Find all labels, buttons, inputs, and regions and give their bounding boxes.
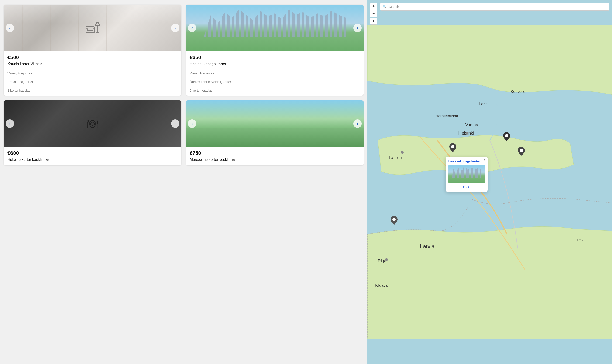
- card-image-wrapper-2: ‹ ›: [186, 5, 363, 51]
- listing-card-2: ‹ › €650 Hea asukohaga korter Viimsi, Ha…: [186, 5, 363, 96]
- map-marker-1[interactable]: [390, 216, 398, 226]
- card-1-type: Eraldi tuba, korter: [7, 78, 178, 86]
- svg-text:Vantaa: Vantaa: [465, 122, 478, 127]
- card-1-prev-button[interactable]: ‹: [6, 24, 14, 32]
- map-popup-image: [448, 165, 485, 183]
- card-2-prev-button[interactable]: ‹: [188, 24, 196, 32]
- card-2-title: Hea asukohaga korter: [190, 62, 360, 66]
- svg-point-16: [505, 134, 508, 137]
- card-image-wrapper-3: ‹ ›: [4, 100, 181, 147]
- map-controls: + − ▲: [370, 3, 377, 25]
- card-3-title: Hubane korter kesklinnas: [7, 157, 178, 162]
- map-marker-3[interactable]: [503, 132, 510, 142]
- card-3-body: €600 Hubane korter kesklinnas: [4, 147, 181, 166]
- card-4-next-button[interactable]: ›: [353, 119, 362, 128]
- map-popup: × Hea asukohaga korter €650: [445, 157, 487, 192]
- card-2-body: €650 Hea asukohaga korter Viimsi, Harjum…: [186, 51, 363, 96]
- card-4-title: Mereäärne korter kesklinna: [190, 157, 360, 162]
- map-panel: Hämeenlinna Lahti Kouvola Vantaa Helsink…: [367, 0, 612, 364]
- svg-text:Latvia: Latvia: [420, 243, 435, 249]
- svg-text:Hämeenlinna: Hämeenlinna: [435, 114, 458, 118]
- card-3-prev-button[interactable]: ‹: [6, 119, 14, 128]
- svg-point-13: [385, 258, 388, 261]
- listing-card-1: ‹ › €500 Kaunis korter Viimsis Viimsi, H…: [4, 5, 181, 96]
- svg-point-17: [520, 149, 523, 152]
- card-1-location: Viimsi, Harjumaa: [7, 69, 178, 78]
- svg-text:Tallinn: Tallinn: [388, 155, 402, 160]
- card-4-body: €750 Mereäärne korter kesklinna: [186, 147, 363, 166]
- card-1-next-button[interactable]: ›: [171, 24, 180, 32]
- card-2-price: €650: [190, 54, 360, 61]
- map-marker-2[interactable]: [449, 143, 456, 153]
- card-2-next-button[interactable]: ›: [353, 24, 362, 32]
- card-4-price: €750: [190, 150, 360, 156]
- card-1-body: €500 Kaunis korter Viimsis Viimsi, Harju…: [4, 51, 181, 96]
- zoom-in-button[interactable]: +: [370, 3, 377, 10]
- card-3-next-button[interactable]: ›: [171, 119, 180, 128]
- card-1-price: €500: [7, 54, 178, 61]
- map-marker-4[interactable]: [518, 147, 525, 157]
- card-image-wrapper-1: ‹ ›: [4, 5, 181, 51]
- map-popup-title: Hea asukohaga korter: [448, 159, 485, 163]
- card-1-title: Kaunis korter Viimsis: [7, 62, 178, 66]
- svg-text:Psk: Psk: [577, 238, 584, 242]
- zoom-out-button[interactable]: −: [370, 10, 377, 17]
- compass-button[interactable]: ▲: [370, 18, 377, 25]
- map-search-bar: 🔍: [380, 3, 609, 11]
- svg-text:Lahti: Lahti: [479, 102, 487, 106]
- svg-point-14: [392, 218, 396, 221]
- svg-point-11: [465, 132, 468, 134]
- map-popup-price: €650: [448, 185, 485, 189]
- card-3-price: €600: [7, 150, 178, 156]
- listing-card-4: ‹ › €750 Mereäärne korter kesklinna: [186, 100, 363, 166]
- card-2-roommates: 0 korterikaaslast: [190, 86, 360, 95]
- map-background: Hämeenlinna Lahti Kouvola Vantaa Helsink…: [367, 0, 612, 364]
- svg-text:Jelgava: Jelgava: [374, 283, 388, 287]
- map-search-input[interactable]: [380, 3, 609, 11]
- svg-text:Kouvola: Kouvola: [511, 89, 525, 93]
- card-image-wrapper-4: ‹ ›: [186, 100, 363, 147]
- listing-card-3: ‹ › €600 Hubane korter kesklinnas: [4, 100, 181, 166]
- card-2-type: Üüritav koht tervenisti, korter: [190, 78, 360, 86]
- listings-panel: ‹ › €500 Kaunis korter Viimsis Viimsi, H…: [0, 0, 367, 364]
- card-4-prev-button[interactable]: ‹: [188, 119, 196, 128]
- card-2-location: Viimsi, Harjumaa: [190, 69, 360, 78]
- svg-point-12: [401, 151, 404, 154]
- card-1-roommates: 1 korterikaaslast: [7, 86, 178, 95]
- map-popup-close-button[interactable]: ×: [484, 158, 486, 162]
- svg-point-15: [451, 145, 454, 148]
- search-icon: 🔍: [382, 5, 386, 9]
